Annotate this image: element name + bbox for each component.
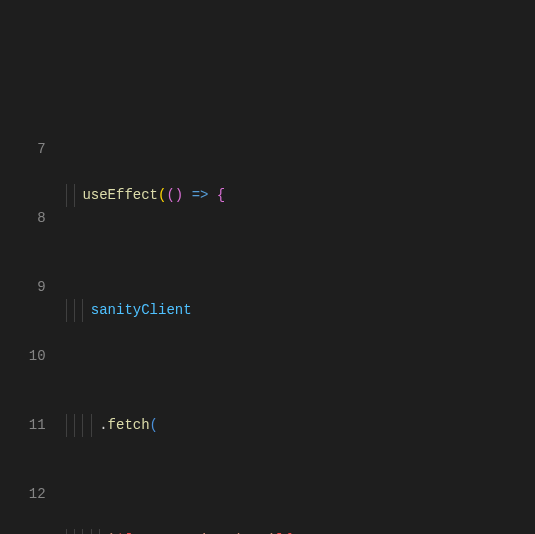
line-number-gutter: 7 8 9 10 11 12 13 14 15 16 17 18 19 20 2… (0, 92, 64, 534)
id-sanityClient: sanityClient (91, 299, 192, 322)
arrow: => (192, 184, 209, 207)
code-line: sanityClient (66, 299, 535, 322)
query-text: ]{ (276, 529, 293, 534)
code-line: .fetch( (66, 414, 535, 437)
code-line: useEffect(() => { (66, 184, 535, 207)
line-number: 7 (12, 138, 46, 161)
line-number: 11 (12, 414, 46, 437)
line-number: 9 (12, 276, 46, 299)
query-text: *[_type == (116, 529, 200, 534)
backtick: ` (108, 529, 116, 534)
code-editor[interactable]: 7 8 9 10 11 12 13 14 15 16 17 18 19 20 2… (0, 92, 535, 534)
line-number: 8 (12, 207, 46, 230)
paren: ( (166, 184, 174, 207)
line-number: 10 (12, 345, 46, 368)
line-number: 12 (12, 483, 46, 506)
brace: { (217, 184, 225, 207)
paren: ( (150, 414, 158, 437)
code-area[interactable]: useEffect(() => { sanityClient .fetch( `… (64, 92, 535, 534)
code-line: `*[_type =='project']{ (66, 529, 535, 534)
paren: ( (158, 184, 166, 207)
fn-useEffect: useEffect (82, 184, 158, 207)
dot: . (99, 414, 107, 437)
string: 'project' (200, 529, 276, 534)
paren: ) (175, 184, 183, 207)
fn-fetch: fetch (108, 414, 150, 437)
